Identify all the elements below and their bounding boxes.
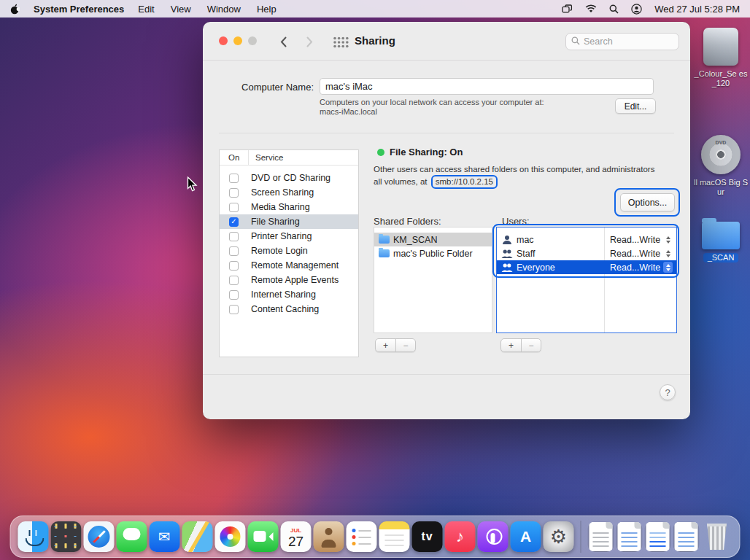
service-row[interactable]: Screen Sharing xyxy=(220,185,358,200)
service-checkbox[interactable] xyxy=(229,261,239,271)
service-checkbox[interactable] xyxy=(229,246,239,256)
wifi-icon[interactable] xyxy=(585,4,597,13)
remove-folder-button[interactable]: − xyxy=(395,339,415,351)
messages-dock-icon[interactable] xyxy=(117,521,147,552)
document-dock-icon[interactable] xyxy=(588,521,614,552)
service-checkbox[interactable] xyxy=(229,174,239,183)
document-stack-icon-3[interactable] xyxy=(673,521,700,552)
permission-stepper[interactable] xyxy=(663,248,673,259)
service-label: DVD or CD Sharing xyxy=(251,173,330,183)
tv-dock-icon[interactable]: tv xyxy=(412,521,443,552)
user-name: Everyone xyxy=(517,262,603,273)
service-row[interactable]: Remote Management xyxy=(220,258,358,273)
reminders-dock-icon[interactable] xyxy=(347,521,377,552)
user-icon xyxy=(501,249,513,259)
minimize-button[interactable] xyxy=(233,36,242,45)
shared-folder-row[interactable]: KM_SCAN xyxy=(374,233,492,246)
service-checkbox[interactable] xyxy=(229,276,239,285)
desktop-icon[interactable]: _SCAN xyxy=(687,216,750,262)
add-user-button[interactable]: + xyxy=(501,339,521,351)
menu-item[interactable]: Edit xyxy=(138,4,154,15)
document-stack-icon-2[interactable] xyxy=(645,521,671,552)
service-checkbox[interactable] xyxy=(229,305,239,314)
shared-folder-row[interactable]: mac's Public Folder xyxy=(374,246,492,260)
calendar-dock-icon[interactable]: JUL 27 xyxy=(281,521,312,552)
service-checkbox[interactable] xyxy=(229,188,239,198)
user-row[interactable]: Everyone Read...Write xyxy=(497,260,676,274)
mail-dock-icon[interactable]: ✉ xyxy=(150,521,180,552)
menu-item[interactable]: Window xyxy=(207,4,241,15)
menu-app-name[interactable]: System Preferences xyxy=(34,4,124,15)
user-icon xyxy=(501,235,513,245)
notes-dock-icon[interactable] xyxy=(379,521,410,552)
computer-name-input[interactable] xyxy=(320,78,654,95)
column-header-service: Service xyxy=(248,150,358,165)
trash-dock-icon[interactable] xyxy=(702,521,732,552)
apple-menu-icon[interactable] xyxy=(10,4,20,15)
edit-button[interactable]: Edit... xyxy=(615,98,656,114)
maps-dock-icon[interactable] xyxy=(182,521,213,552)
system-preferences-dock-icon[interactable]: ⚙ xyxy=(544,521,574,552)
desktop: System Preferences EditViewWindowHelp We… xyxy=(0,0,750,560)
add-folder-button[interactable]: + xyxy=(376,339,395,351)
desktop-icon-label: _SCAN xyxy=(703,253,739,262)
service-checkbox[interactable] xyxy=(229,290,239,300)
desktop-icon-label: ll macOS Big Sur xyxy=(692,178,749,197)
description-line2: all volumes, at xyxy=(374,177,428,186)
folder-icon xyxy=(379,249,390,257)
podcasts-dock-icon[interactable] xyxy=(478,521,509,552)
music-dock-icon[interactable]: ♪ xyxy=(445,521,476,552)
facetime-dock-icon[interactable] xyxy=(248,521,279,552)
service-row[interactable]: File Sharing xyxy=(220,214,358,229)
window-stack-icon[interactable] xyxy=(562,4,573,13)
menu-item[interactable]: Help xyxy=(257,4,277,15)
service-row[interactable]: Printer Sharing xyxy=(220,229,358,244)
service-checkbox[interactable] xyxy=(229,217,239,227)
service-checkbox[interactable] xyxy=(229,232,239,241)
help-button[interactable]: ? xyxy=(660,384,676,400)
options-button[interactable]: Options... xyxy=(620,193,675,211)
forward-button[interactable] xyxy=(302,34,317,49)
music-glyph: ♪ xyxy=(456,527,464,546)
show-all-grid-icon[interactable] xyxy=(333,36,349,51)
zoom-button[interactable] xyxy=(248,36,257,45)
service-row[interactable]: Remote Login xyxy=(220,244,358,258)
contacts-dock-icon[interactable] xyxy=(314,521,344,552)
computer-name-label: Computer Name: xyxy=(203,82,314,93)
service-row[interactable]: Remote Apple Events xyxy=(220,273,358,287)
search-input[interactable] xyxy=(584,36,673,47)
service-row[interactable]: DVD or CD Sharing xyxy=(220,171,358,185)
desktop-icon[interactable]: _Colour_Se es_120 xyxy=(687,28,750,88)
menu-item[interactable]: View xyxy=(171,4,191,15)
service-row[interactable]: Media Sharing xyxy=(220,200,358,214)
user-menu-icon[interactable] xyxy=(631,4,642,15)
service-checkbox[interactable] xyxy=(229,203,239,212)
permission-stepper[interactable] xyxy=(663,234,673,245)
user-row[interactable]: Staff Read...Write xyxy=(497,246,676,260)
back-button[interactable] xyxy=(276,34,290,49)
close-button[interactable] xyxy=(219,36,228,45)
service-row[interactable]: Content Caching xyxy=(220,302,358,316)
user-row[interactable]: mac Read...Write xyxy=(497,233,676,246)
users-list: mac Read...Write Staff Read...Write xyxy=(496,227,677,333)
folder-icon xyxy=(379,236,390,244)
hint-line2: macs-iMac.local xyxy=(320,107,377,116)
document-page-icon xyxy=(646,522,670,551)
launchpad-dock-icon[interactable] xyxy=(51,521,82,552)
spotlight-icon[interactable] xyxy=(609,4,619,14)
desktop-icon[interactable]: DVD ll macOS Big Sur xyxy=(687,135,750,197)
finder-dock-icon[interactable] xyxy=(18,521,49,552)
remove-user-button[interactable]: − xyxy=(521,339,541,351)
menu-clock[interactable]: Wed 27 Jul 5:28 PM xyxy=(654,4,740,15)
app-store-dock-icon[interactable]: A xyxy=(511,521,541,552)
service-label: File Sharing xyxy=(251,217,300,227)
dvd-badge: DVD xyxy=(701,140,741,145)
permission-stepper[interactable] xyxy=(663,262,673,273)
document-stack-icon-1[interactable] xyxy=(616,521,643,552)
service-row[interactable]: Internet Sharing xyxy=(220,287,358,302)
search-field[interactable] xyxy=(565,33,679,50)
service-label: Remote Apple Events xyxy=(251,275,339,285)
user-permission: Read...Write xyxy=(610,262,660,273)
photos-dock-icon[interactable] xyxy=(215,521,246,552)
safari-dock-icon[interactable] xyxy=(84,521,115,552)
